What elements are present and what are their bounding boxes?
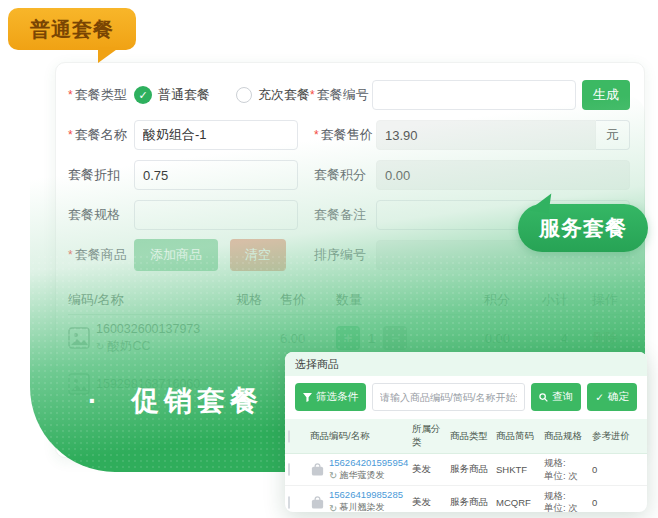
select-product-modal: 选择商品 筛选条件 查询 ✓ 确定 商品编码/名称 所属分类 商品类 xyxy=(285,352,647,512)
sync-icon: ↻ xyxy=(329,469,337,482)
package-spec-label: 套餐规格 xyxy=(68,206,134,224)
modal-table-header-row: 商品编码/名称 所属分类 商品类型 商品简码 商品规格 参考进价 xyxy=(285,419,647,454)
package-spec-input[interactable] xyxy=(134,200,298,230)
qty-value: 1 xyxy=(368,331,375,346)
cell-spec-line1: 规格: xyxy=(544,457,566,468)
modal-product-table: 商品编码/名称 所属分类 商品类型 商品简码 商品规格 参考进价 156264 xyxy=(285,419,647,512)
bag-icon xyxy=(310,495,325,510)
col-subtotal: 小计 xyxy=(510,291,568,309)
cell-ref-price: 0 xyxy=(589,486,647,512)
package-type-radio-group: 普通套餐 充次套餐 xyxy=(134,86,310,104)
cell-spec-line2: 单位: 次 xyxy=(544,470,578,481)
col-action: 操作 xyxy=(568,291,618,309)
cell-category: 美发 xyxy=(409,486,447,512)
image-placeholder-icon xyxy=(68,327,90,349)
modal-toolbar: 筛选条件 查询 ✓ 确定 xyxy=(285,376,647,417)
radio-recharge-package[interactable]: 充次套餐 xyxy=(236,86,310,104)
filter-button[interactable]: 筛选条件 xyxy=(295,383,366,411)
service-package-bubble: 服务套餐 xyxy=(518,204,648,252)
mcol-ref-price: 参考进价 xyxy=(589,419,647,454)
normal-package-bubble: 普通套餐 xyxy=(8,8,136,50)
radio-unchecked-icon xyxy=(236,87,252,103)
price-unit-suffix: 元 xyxy=(596,120,630,150)
mcol-short-code: 商品简码 xyxy=(493,419,541,454)
radio-checked-icon xyxy=(134,86,152,104)
generate-button[interactable]: 生成 xyxy=(582,80,630,110)
cell-spec-line2: 单位: 次 xyxy=(544,502,578,512)
package-products-label: 套餐商品 xyxy=(68,246,134,264)
search-button[interactable]: 查询 xyxy=(531,383,581,411)
radio-normal-label: 普通套餐 xyxy=(158,86,210,104)
bag-icon xyxy=(310,462,325,477)
search-icon xyxy=(539,393,548,402)
filter-button-label: 筛选条件 xyxy=(316,390,358,404)
package-code-label: 套餐编号 xyxy=(310,86,372,104)
col-price: 售价 xyxy=(280,291,336,309)
package-name-input[interactable] xyxy=(134,120,298,150)
product-code-link[interactable]: 15626419985285 xyxy=(329,489,403,500)
col-points: 积分 xyxy=(448,291,510,309)
col-spec: 规格 xyxy=(236,291,280,309)
mcol-code-name: 商品编码/名称 xyxy=(307,419,409,454)
radio-recharge-label: 充次套餐 xyxy=(258,86,310,104)
package-type-label: 套餐类型 xyxy=(68,86,134,104)
package-discount-input[interactable] xyxy=(134,160,298,190)
table-row[interactable]: 15626419985285 ↻慕川翘染发 美发 服务商品 MCQRF 规格:单… xyxy=(285,486,647,512)
col-code-name: 编码/名称 xyxy=(68,291,236,309)
product-search-input[interactable] xyxy=(372,383,525,411)
package-discount-label: 套餐折扣 xyxy=(68,166,134,184)
mcol-type: 商品类型 xyxy=(447,419,493,454)
modal-title: 选择商品 xyxy=(285,352,647,376)
cell-category: 美发 xyxy=(409,454,447,486)
product-name: 酸奶CC xyxy=(107,338,150,355)
product-name: 慕川翘染发 xyxy=(339,502,384,512)
package-points-label: 套餐积分 xyxy=(314,166,376,184)
product-name: 施华蔻烫发 xyxy=(339,470,384,482)
search-button-label: 查询 xyxy=(552,390,573,404)
table-row[interactable]: 156264201595954 ↻施华蔻烫发 美发 服务商品 SHKTF 规格:… xyxy=(285,454,647,486)
confirm-button-label: 确定 xyxy=(608,390,629,404)
cell-spec-line1: 规格: xyxy=(544,490,566,501)
sort-number-label: 排序编号 xyxy=(314,246,376,264)
cell-short-code: SHKTF xyxy=(493,454,541,486)
form-row-name-price: 套餐名称 套餐售价 元 xyxy=(68,115,630,155)
form-row-discount-points: 套餐折扣 套餐积分 xyxy=(68,155,630,195)
sync-icon: ↻ xyxy=(96,340,104,354)
col-qty: 数量 xyxy=(336,291,448,309)
cell-type: 服务商品 xyxy=(447,454,493,486)
cell-ref-price: 0 xyxy=(589,454,647,486)
cell-type: 服务商品 xyxy=(447,486,493,512)
form-row-type: 套餐类型 普通套餐 充次套餐 套餐编号 生成 xyxy=(68,75,630,115)
confirm-button[interactable]: ✓ 确定 xyxy=(587,383,637,411)
cell-short-code: MCQRF xyxy=(493,486,541,512)
products-table-header: 编码/名称 规格 售价 数量 积分 小计 操作 xyxy=(68,285,630,315)
check-icon: ✓ xyxy=(595,391,604,403)
mcol-category: 所属分类 xyxy=(409,419,447,454)
mcol-spec: 商品规格 xyxy=(541,419,589,454)
clear-button[interactable]: 清空 xyxy=(230,239,286,271)
qty-decrease-button[interactable] xyxy=(383,326,407,350)
row-checkbox[interactable] xyxy=(288,463,290,476)
qty-increase-button[interactable] xyxy=(336,326,360,350)
package-note-label: 套餐备注 xyxy=(314,206,376,224)
package-price-label: 套餐售价 xyxy=(314,126,376,144)
cell-subtotal: 4 xyxy=(510,331,568,346)
filter-icon xyxy=(303,393,312,402)
product-code: 160032600137973 xyxy=(96,321,200,338)
delete-row-link[interactable]: 删除 xyxy=(568,329,618,347)
package-price-input xyxy=(376,120,596,150)
select-all-checkbox[interactable] xyxy=(288,430,290,443)
row-checkbox[interactable] xyxy=(288,496,290,509)
cell-price: 6.00 xyxy=(280,331,336,346)
sync-icon: ↻ xyxy=(329,502,337,512)
product-code-link[interactable]: 156264201595954 xyxy=(329,457,408,468)
add-product-button[interactable]: 添加商品 xyxy=(134,239,218,271)
cell-points: 0.00 xyxy=(448,331,510,346)
package-points-input xyxy=(376,160,630,190)
package-code-input[interactable] xyxy=(372,80,576,110)
package-name-label: 套餐名称 xyxy=(68,126,134,144)
radio-normal-package[interactable]: 普通套餐 xyxy=(134,86,210,104)
